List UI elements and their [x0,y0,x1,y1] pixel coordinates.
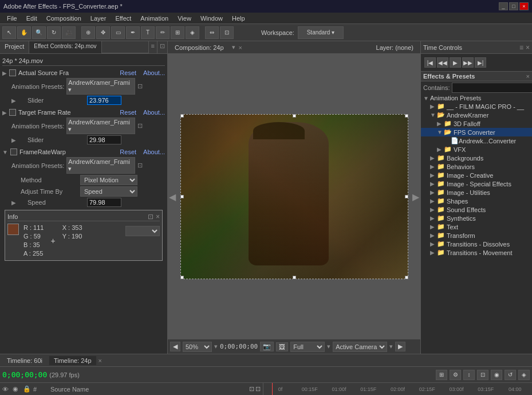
tree-item-image-special[interactable]: ▶ 📁 Image - Special Effects [421,179,532,188]
reset-link-3[interactable]: Reset [120,148,136,155]
tab-project[interactable]: Project [0,41,29,53]
minimize-button[interactable]: _ [499,2,508,10]
tl-draft[interactable]: ⊡ [477,370,488,380]
tree-item-transform[interactable]: ▶ 📁 Transform [421,231,532,240]
handle-top[interactable] [293,114,296,118]
tl-close-btn[interactable]: × [98,357,102,364]
toolbar-anchor[interactable]: ⊕ [81,26,95,39]
tc-btn-2[interactable]: ◀◀ [437,57,448,68]
tree-item-trans-dissolves[interactable]: ▶ 📁 Transitions - Dissolves [421,240,532,248]
tl-loop[interactable]: ↺ [505,370,516,380]
tab-effect-controls[interactable]: Effect Controls: 24p.mov [29,41,101,53]
toolbar-snap[interactable]: ⊡ [220,26,234,39]
contains-input[interactable] [452,83,532,93]
viewer-prev-btn[interactable]: ◀ [170,342,180,351]
tl-solo[interactable]: ◉ [491,370,502,380]
handle-tr[interactable] [405,114,408,118]
menu-edit[interactable]: Edit [22,14,42,23]
show-snapshot-btn[interactable]: 🖼 [276,342,288,351]
about-link-2[interactable]: About... [143,109,165,116]
tl-settings[interactable]: ⚙ [450,370,461,380]
anim-preset-val-1[interactable]: AndrewKramer_Frami ▾ [66,78,135,95]
toolbar-text[interactable]: T [141,26,155,39]
tree-item-andrewk-converter[interactable]: 📄 Andrewk...Converter [421,136,532,145]
tl-sort-btn[interactable]: ⊡ [249,385,254,393]
panel-float-btn[interactable]: ⊡ [157,41,167,53]
tc-btn-4[interactable]: ▶▶ [462,57,474,68]
close-button[interactable]: × [519,2,529,10]
tree-item-3dfalloff[interactable]: ▶ 📁 3D Falloff [421,119,532,128]
menu-help[interactable]: Help [227,14,250,23]
tree-item-andrewkramer[interactable]: ▼ 📂 AndrewKramer [421,111,532,119]
menu-window[interactable]: Window [196,14,227,23]
info-close-btn[interactable]: × [156,213,160,221]
tree-item-synthetics[interactable]: ▶ 📁 Synthetics [421,214,532,222]
tc-btn-3[interactable]: ▶ [450,57,461,68]
handle-left[interactable] [180,195,184,198]
menu-view[interactable]: View [173,14,196,23]
tree-item-shapes[interactable]: ▶ 📁 Shapes [421,197,532,205]
tree-item-trans-movement[interactable]: ▶ 📁 Transitions - Movement [421,248,532,257]
right-panel-close[interactable]: × [526,44,530,52]
workspace-select[interactable]: Standard ▾ [298,26,344,39]
playhead[interactable] [272,383,273,395]
slider-value-1[interactable] [87,96,121,105]
tree-item-vfx[interactable]: ▶ 📁 VFX [421,145,532,154]
toolbar-eraser[interactable]: ◈ [186,26,199,39]
comp-close[interactable]: × [239,44,242,51]
tree-item-fps-converter[interactable]: ▼ 📂 FPS Converter [421,128,532,136]
quality-select[interactable]: Full Half Quarter [290,342,325,352]
tree-item-image-creative[interactable]: ▶ 📁 Image - Creative [421,171,532,179]
viewer-next[interactable]: ▶ [412,191,419,202]
toolbar-select[interactable]: ↖ [2,26,16,39]
comp-tab[interactable]: Composition: 24p [170,43,228,52]
enable-checkbox-2[interactable] [9,109,16,116]
panel-menu-btn[interactable]: ≡ [148,41,157,53]
tab-timeline-60i[interactable]: Timeline: 60i [2,356,47,365]
tree-item-text[interactable]: ▶ 📁 Text [421,222,532,231]
anim-preset-val-2[interactable]: AndrewKramer_Frami ▾ [66,118,135,134]
tl-new-comp[interactable]: ⊞ [436,370,447,380]
right-panel-menu[interactable]: ≡ [519,44,523,52]
tab-time-controls[interactable]: Time Controls [423,44,517,51]
tree-item-anim-presets[interactable]: ▼ Animation Presets [421,94,532,102]
about-link-3[interactable]: About... [143,148,165,155]
toolbar-mask[interactable]: ▭ [111,26,125,39]
toolbar-pan[interactable]: ✥ [96,26,110,39]
menu-animation[interactable]: Animation [136,14,173,23]
enable-checkbox-3[interactable] [10,148,17,155]
menu-file[interactable]: File [2,14,22,23]
adjust-select[interactable]: Speed [80,186,137,197]
tl-wb[interactable]: ◈ [518,370,530,380]
maximize-button[interactable]: □ [509,2,518,10]
handle-bl[interactable] [180,276,184,279]
handle-br[interactable] [405,276,408,279]
toolbar-rotate[interactable]: ↻ [47,26,61,39]
tree-item-backgrounds[interactable]: ▶ 📁 Backgrounds [421,154,532,162]
menu-layer[interactable]: Layer [86,14,111,23]
handle-tl[interactable] [180,114,184,118]
toolbar-stamp[interactable]: ⊞ [171,26,184,39]
timeline-timecode[interactable]: 0;00;00;00 [2,370,47,379]
enable-checkbox-1[interactable] [9,69,16,76]
handle-bottom[interactable] [293,276,296,279]
toolbar-pen[interactable]: ✒ [126,26,140,39]
zoom-select[interactable]: 50% 100% 25% [183,342,212,352]
tl-sort-btn2[interactable]: ⊡ [255,385,261,393]
method-select[interactable]: Pixel Motion [80,175,137,185]
tc-btn-5[interactable]: ▶| [475,57,486,68]
info-select[interactable] [125,226,160,236]
snapshot-btn[interactable]: 📷 [260,342,274,351]
toolbar-brush[interactable]: ✏ [156,26,170,39]
anim-preset-val-3[interactable]: AndrewKramer_Frami ▾ [66,157,135,174]
tc-btn-1[interactable]: |◀ [424,57,436,68]
info-float-btn[interactable]: ⊡ [148,213,153,221]
reset-link-2[interactable]: Reset [120,109,136,116]
reset-link-1[interactable]: Reset [120,69,136,76]
menu-composition[interactable]: Composition [42,14,86,23]
menu-effect[interactable]: Effect [111,14,136,23]
toolbar-camera[interactable]: 🎥 [62,26,76,39]
tree-item-film-magic[interactable]: ▶ 📁 __ - FILM MAGIC PRO - __ [421,102,532,111]
tl-flow[interactable]: ↕ [463,370,475,380]
effects-presets-close[interactable]: × [526,73,530,80]
